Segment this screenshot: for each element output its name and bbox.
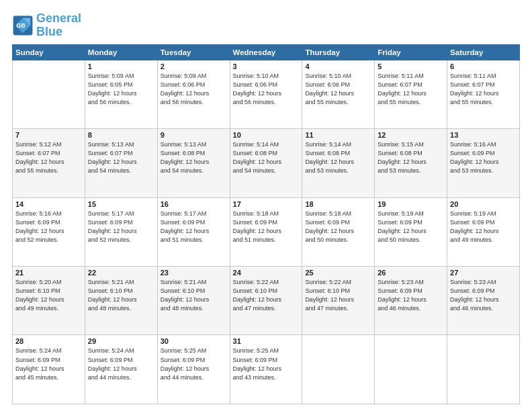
weekday-header-monday: Monday [85,44,157,60]
day-info: Sunrise: 5:09 AMSunset: 6:05 PMDaylight:… [88,72,154,107]
week-row-5: 28Sunrise: 5:24 AMSunset: 6:09 PMDayligh… [13,335,520,404]
day-info: Sunrise: 5:17 AMSunset: 6:09 PMDaylight:… [161,210,227,244]
calendar-cell: 29Sunrise: 5:24 AMSunset: 6:09 PMDayligh… [85,335,157,404]
day-number: 31 [233,337,300,345]
day-number: 4 [305,62,371,71]
day-number: 19 [378,200,444,208]
calendar-cell: 31Sunrise: 5:25 AMSunset: 6:09 PMDayligh… [230,335,302,404]
calendar: SundayMondayTuesdayWednesdayThursdayFrid… [12,44,520,404]
day-info: Sunrise: 5:09 AMSunset: 6:06 PMDaylight:… [161,72,227,107]
calendar-cell: 10Sunrise: 5:14 AMSunset: 6:08 PMDayligh… [230,129,302,197]
calendar-cell: 22Sunrise: 5:21 AMSunset: 6:10 PMDayligh… [85,267,157,335]
day-info: Sunrise: 5:21 AMSunset: 6:10 PMDaylight:… [88,278,154,313]
day-number: 18 [305,200,371,208]
page: GB General Blue SundayMondayTuesdayWedne… [0,0,532,411]
day-info: Sunrise: 5:22 AMSunset: 6:10 PMDaylight:… [233,278,300,313]
calendar-cell [13,60,85,128]
day-number: 24 [233,269,300,277]
day-info: Sunrise: 5:19 AMSunset: 6:09 PMDaylight:… [450,210,517,244]
day-info: Sunrise: 5:14 AMSunset: 6:08 PMDaylight:… [233,140,300,175]
calendar-cell: 7Sunrise: 5:12 AMSunset: 6:07 PMDaylight… [13,129,85,197]
calendar-cell: 17Sunrise: 5:18 AMSunset: 6:09 PMDayligh… [230,197,302,266]
day-info: Sunrise: 5:25 AMSunset: 6:09 PMDaylight:… [161,347,227,381]
calendar-cell: 15Sunrise: 5:17 AMSunset: 6:09 PMDayligh… [85,197,157,266]
calendar-cell [375,335,447,404]
calendar-cell: 24Sunrise: 5:22 AMSunset: 6:10 PMDayligh… [230,267,302,335]
calendar-cell: 28Sunrise: 5:24 AMSunset: 6:09 PMDayligh… [13,335,85,404]
day-info: Sunrise: 5:16 AMSunset: 6:09 PMDaylight:… [450,140,517,175]
calendar-cell: 30Sunrise: 5:25 AMSunset: 6:09 PMDayligh… [157,335,230,404]
day-info: Sunrise: 5:11 AMSunset: 6:07 PMDaylight:… [450,72,517,107]
day-number: 1 [88,62,154,71]
day-number: 29 [88,337,154,345]
weekday-header-tuesday: Tuesday [157,44,230,60]
day-number: 13 [450,131,517,139]
day-info: Sunrise: 5:23 AMSunset: 6:09 PMDaylight:… [378,278,444,313]
day-number: 8 [88,131,154,139]
day-info: Sunrise: 5:21 AMSunset: 6:10 PMDaylight:… [161,278,227,313]
day-number: 30 [161,337,227,345]
calendar-table: SundayMondayTuesdayWednesdayThursdayFrid… [12,44,520,404]
day-number: 20 [450,200,517,208]
calendar-cell: 1Sunrise: 5:09 AMSunset: 6:05 PMDaylight… [85,60,157,128]
day-number: 11 [305,131,371,139]
day-number: 10 [233,131,300,139]
day-number: 7 [15,131,82,139]
calendar-cell: 5Sunrise: 5:11 AMSunset: 6:07 PMDaylight… [375,60,447,128]
calendar-cell: 12Sunrise: 5:15 AMSunset: 6:08 PMDayligh… [375,129,447,197]
calendar-cell [302,335,375,404]
calendar-cell: 8Sunrise: 5:13 AMSunset: 6:07 PMDaylight… [85,129,157,197]
weekday-header-sunday: Sunday [13,44,85,60]
day-info: Sunrise: 5:25 AMSunset: 6:09 PMDaylight:… [233,347,300,381]
day-number: 16 [161,200,227,208]
day-info: Sunrise: 5:20 AMSunset: 6:10 PMDaylight:… [15,278,82,313]
day-info: Sunrise: 5:14 AMSunset: 6:08 PMDaylight:… [305,140,371,175]
day-number: 14 [15,200,82,208]
calendar-cell: 16Sunrise: 5:17 AMSunset: 6:09 PMDayligh… [157,197,230,266]
calendar-cell: 18Sunrise: 5:18 AMSunset: 6:09 PMDayligh… [302,197,375,266]
day-info: Sunrise: 5:24 AMSunset: 6:09 PMDaylight:… [15,347,82,381]
calendar-cell: 4Sunrise: 5:10 AMSunset: 6:06 PMDaylight… [302,60,375,128]
day-number: 17 [233,200,300,208]
logo-line1: General [36,12,81,26]
day-info: Sunrise: 5:18 AMSunset: 6:09 PMDaylight:… [305,210,371,244]
day-info: Sunrise: 5:19 AMSunset: 6:09 PMDaylight:… [378,210,444,244]
day-info: Sunrise: 5:17 AMSunset: 6:09 PMDaylight:… [88,210,154,244]
day-number: 21 [15,269,82,277]
weekday-header-thursday: Thursday [302,44,375,60]
week-row-4: 21Sunrise: 5:20 AMSunset: 6:10 PMDayligh… [13,267,520,335]
day-number: 15 [88,200,154,208]
calendar-cell: 13Sunrise: 5:16 AMSunset: 6:09 PMDayligh… [447,129,520,197]
day-number: 28 [15,337,82,345]
calendar-cell [447,335,520,404]
calendar-cell: 3Sunrise: 5:10 AMSunset: 6:06 PMDaylight… [230,60,302,128]
day-number: 3 [233,62,300,71]
day-number: 22 [88,269,154,277]
day-info: Sunrise: 5:23 AMSunset: 6:09 PMDaylight:… [450,278,517,313]
day-info: Sunrise: 5:10 AMSunset: 6:06 PMDaylight:… [233,72,300,107]
day-number: 5 [378,62,444,71]
calendar-cell: 23Sunrise: 5:21 AMSunset: 6:10 PMDayligh… [157,267,230,335]
week-row-3: 14Sunrise: 5:16 AMSunset: 6:09 PMDayligh… [13,197,520,266]
week-row-1: 1Sunrise: 5:09 AMSunset: 6:05 PMDaylight… [13,60,520,128]
logo-line2: Blue [36,26,81,39]
day-info: Sunrise: 5:10 AMSunset: 6:06 PMDaylight:… [305,72,371,107]
day-info: Sunrise: 5:22 AMSunset: 6:10 PMDaylight:… [305,278,371,313]
day-info: Sunrise: 5:13 AMSunset: 6:08 PMDaylight:… [161,140,227,175]
day-number: 9 [161,131,227,139]
weekday-header-saturday: Saturday [447,44,520,60]
calendar-cell: 14Sunrise: 5:16 AMSunset: 6:09 PMDayligh… [13,197,85,266]
day-number: 27 [450,269,517,277]
calendar-cell: 21Sunrise: 5:20 AMSunset: 6:10 PMDayligh… [13,267,85,335]
svg-text:GB: GB [16,22,25,29]
weekday-header-friday: Friday [375,44,447,60]
calendar-cell: 20Sunrise: 5:19 AMSunset: 6:09 PMDayligh… [447,197,520,266]
header: GB General Blue [12,12,520,39]
calendar-cell: 11Sunrise: 5:14 AMSunset: 6:08 PMDayligh… [302,129,375,197]
calendar-cell: 26Sunrise: 5:23 AMSunset: 6:09 PMDayligh… [375,267,447,335]
day-info: Sunrise: 5:24 AMSunset: 6:09 PMDaylight:… [88,347,154,381]
day-info: Sunrise: 5:12 AMSunset: 6:07 PMDaylight:… [15,140,82,175]
week-row-2: 7Sunrise: 5:12 AMSunset: 6:07 PMDaylight… [13,129,520,197]
day-info: Sunrise: 5:18 AMSunset: 6:09 PMDaylight:… [233,210,300,244]
day-number: 6 [450,62,517,71]
